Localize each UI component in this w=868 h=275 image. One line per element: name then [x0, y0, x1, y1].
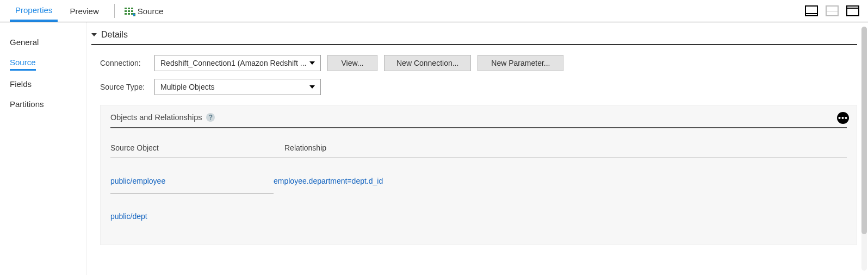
top-tabbar: Properties Preview Source: [0, 0, 868, 22]
main-panel: Details Connection: Redshift_Connection1…: [87, 22, 868, 275]
source-chip-label: Source: [138, 7, 164, 16]
source-type-label: Source Type:: [100, 83, 154, 91]
source-node-chip[interactable]: Source: [125, 7, 164, 16]
new-parameter-button[interactable]: New Parameter...: [478, 55, 563, 71]
layout-bottom-icon[interactable]: [805, 5, 818, 16]
left-sidebar: General Source Fields Partitions: [0, 22, 87, 275]
vertical-scrollbar[interactable]: [861, 27, 867, 271]
dropdown-caret-icon: [309, 61, 315, 65]
details-header[interactable]: Details: [91, 28, 857, 45]
source-type-row: Source Type: Multiple Objects: [100, 79, 857, 95]
layout-split-icon[interactable]: [826, 5, 839, 16]
scrollbar-thumb[interactable]: [861, 27, 867, 234]
sidebar-item-partitions[interactable]: Partitions: [10, 94, 86, 114]
source-type-value: Multiple Objects: [160, 83, 215, 91]
details-title: Details: [101, 30, 128, 40]
tab-properties[interactable]: Properties: [10, 0, 58, 22]
col-source-object: Source Object: [110, 143, 284, 152]
separator: [114, 4, 115, 18]
collapse-caret-icon: [91, 33, 97, 36]
connection-select[interactable]: Redshift_Connection1 (Amazon Redshift ..…: [154, 55, 321, 71]
sidebar-item-general[interactable]: General: [10, 32, 86, 52]
connection-value: Redshift_Connection1 (Amazon Redshift ..…: [160, 59, 306, 67]
tab-preview[interactable]: Preview: [64, 0, 104, 22]
objects-panel: Objects and Relationships ? ••• Source O…: [100, 105, 857, 245]
objects-column-headers: Source Object Relationship: [110, 143, 847, 158]
more-menu-icon[interactable]: •••: [837, 112, 849, 124]
col-relationship: Relationship: [284, 143, 847, 152]
source-object-link[interactable]: public/dept: [110, 212, 274, 228]
layout-top-icon[interactable]: [846, 5, 859, 16]
view-button[interactable]: View...: [327, 55, 377, 71]
sidebar-item-source[interactable]: Source: [10, 52, 36, 71]
object-row: public/employee employee.department=dept…: [110, 177, 847, 193]
object-row: public/dept: [110, 212, 847, 228]
help-icon[interactable]: ?: [206, 113, 215, 122]
source-grid-icon: [125, 8, 133, 14]
connection-row: Connection: Redshift_Connection1 (Amazon…: [100, 55, 857, 71]
objects-panel-title: Objects and Relationships ? •••: [110, 113, 847, 128]
objects-title-text: Objects and Relationships: [110, 113, 202, 122]
source-object-link[interactable]: public/employee: [110, 177, 274, 193]
new-connection-button[interactable]: New Connection...: [384, 55, 471, 71]
relationship-link[interactable]: employee.department=dept.d_id: [274, 177, 383, 193]
source-type-select[interactable]: Multiple Objects: [154, 79, 321, 95]
sidebar-item-fields[interactable]: Fields: [10, 74, 86, 94]
connection-label: Connection:: [100, 59, 154, 67]
dropdown-caret-icon: [309, 85, 315, 89]
